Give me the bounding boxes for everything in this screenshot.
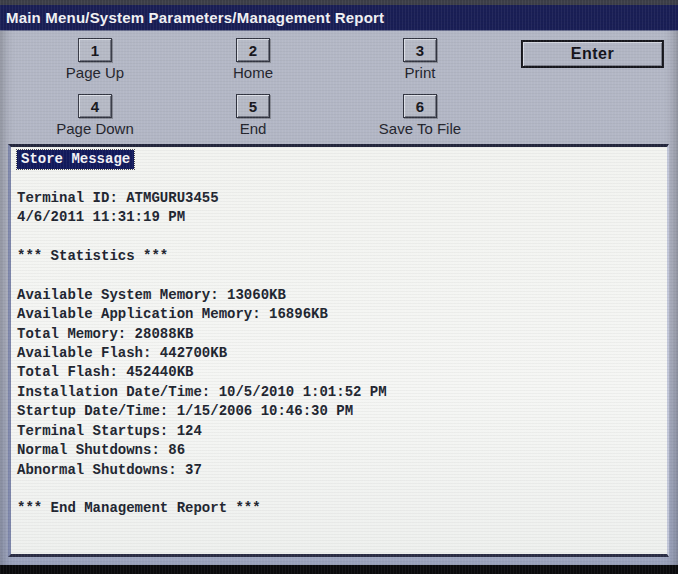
title-bar: Main Menu/System Parameters/Management R… (0, 5, 678, 31)
key-6-button[interactable]: 6 (403, 94, 437, 118)
key-1-button[interactable]: 1 (78, 38, 112, 62)
key-2-label: Home (173, 64, 333, 81)
enter-button[interactable]: Enter (521, 40, 664, 68)
key-group-save-to-file: 6 Save To File (340, 94, 500, 137)
key-4-button[interactable]: 4 (78, 94, 112, 118)
page-title: Main Menu/System Parameters/Management R… (6, 9, 384, 26)
screen-edge-bottom (0, 565, 678, 574)
key-5-button[interactable]: 5 (236, 94, 270, 118)
key-6-label: Save To File (340, 120, 500, 137)
management-report-viewer[interactable]: Store Message Terminal ID: ATMGURU3455 4… (8, 144, 669, 557)
key-group-print: 3 Print (340, 38, 500, 81)
key-group-home: 2 Home (173, 38, 333, 81)
key-group-end: 5 End (173, 94, 333, 137)
key-5-label: End (173, 120, 333, 137)
key-group-page-up: 1 Page Up (15, 38, 175, 81)
key-4-label: Page Down (15, 120, 175, 137)
key-3-label: Print (340, 64, 500, 81)
key-3-button[interactable]: 3 (403, 38, 437, 62)
key-group-page-down: 4 Page Down (15, 94, 175, 137)
key-1-label: Page Up (15, 64, 175, 81)
terminal-screen: Main Menu/System Parameters/Management R… (0, 0, 678, 574)
report-text: Terminal ID: ATMGURU3455 4/6/2011 11:31:… (17, 169, 661, 518)
selected-text-store-message: Store Message (17, 150, 134, 169)
key-2-button[interactable]: 2 (236, 38, 270, 62)
